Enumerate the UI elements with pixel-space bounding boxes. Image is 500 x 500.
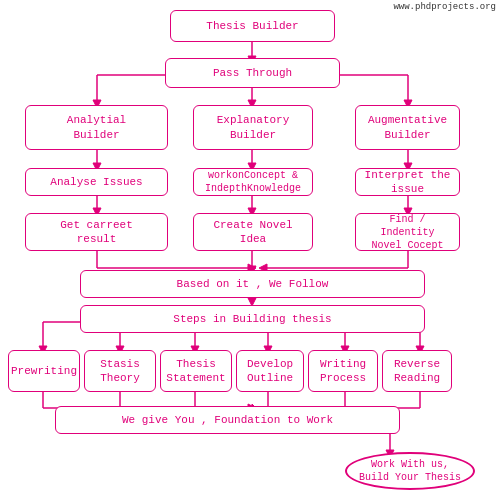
work-with-us-label: Work With us, Build Your Thesis [359,458,461,484]
steps-building-box: Steps in Building thesis [80,305,425,333]
steps-building-label: Steps in Building thesis [173,312,331,326]
prewriting-box: Prewriting [8,350,80,392]
pass-through-label: Pass Through [213,66,292,80]
interpret-issue-box: Interpret the issue [355,168,460,196]
diagram: www.phdprojects.org [0,0,500,500]
analytical-builder-box: Analytial Builder [25,105,168,150]
thesis-builder-box: Thesis Builder [170,10,335,42]
find-indentity-label: Find / Indentity Novel Cocept [360,213,455,252]
based-on-it-box: Based on it , We Follow [80,270,425,298]
workon-concept-box: workonConcept & IndepthKnowledge [193,168,313,196]
prewriting-label: Prewriting [11,364,77,378]
pass-through-box: Pass Through [165,58,340,88]
find-indentity-box: Find / Indentity Novel Cocept [355,213,460,251]
analyse-issues-label: Analyse Issues [50,175,142,189]
get-carret-label: Get carreet result [60,218,133,247]
analytical-builder-label: Analytial Builder [67,113,126,142]
reverse-reading-box: Reverse Reading [382,350,452,392]
explanatory-builder-label: Explanatory Builder [217,113,290,142]
reverse-reading-label: Reverse Reading [394,357,440,386]
explanatory-builder-box: Explanatory Builder [193,105,313,150]
stasis-theory-label: Stasis Theory [100,357,140,386]
thesis-statement-box: Thesis Statement [160,350,232,392]
get-carret-box: Get carreet result [25,213,168,251]
work-with-us-box: Work With us, Build Your Thesis [345,452,475,490]
foundation-box: We give You , Foundation to Work [55,406,400,434]
writing-process-label: Writing Process [320,357,366,386]
interpret-issue-label: Interpret the issue [365,168,451,197]
augmentative-builder-box: Augmentative Builder [355,105,460,150]
watermark-text: www.phdprojects.org [393,2,496,12]
develop-outline-label: Develop Outline [247,357,293,386]
writing-process-box: Writing Process [308,350,378,392]
foundation-label: We give You , Foundation to Work [122,413,333,427]
analyse-issues-box: Analyse Issues [25,168,168,196]
workon-concept-label: workonConcept & IndepthKnowledge [205,169,301,195]
develop-outline-box: Develop Outline [236,350,304,392]
create-novel-box: Create Novel Idea [193,213,313,251]
thesis-builder-label: Thesis Builder [206,19,298,33]
based-on-it-label: Based on it , We Follow [177,277,329,291]
stasis-theory-box: Stasis Theory [84,350,156,392]
create-novel-label: Create Novel Idea [213,218,292,247]
augmentative-builder-label: Augmentative Builder [368,113,447,142]
thesis-statement-label: Thesis Statement [166,357,225,386]
